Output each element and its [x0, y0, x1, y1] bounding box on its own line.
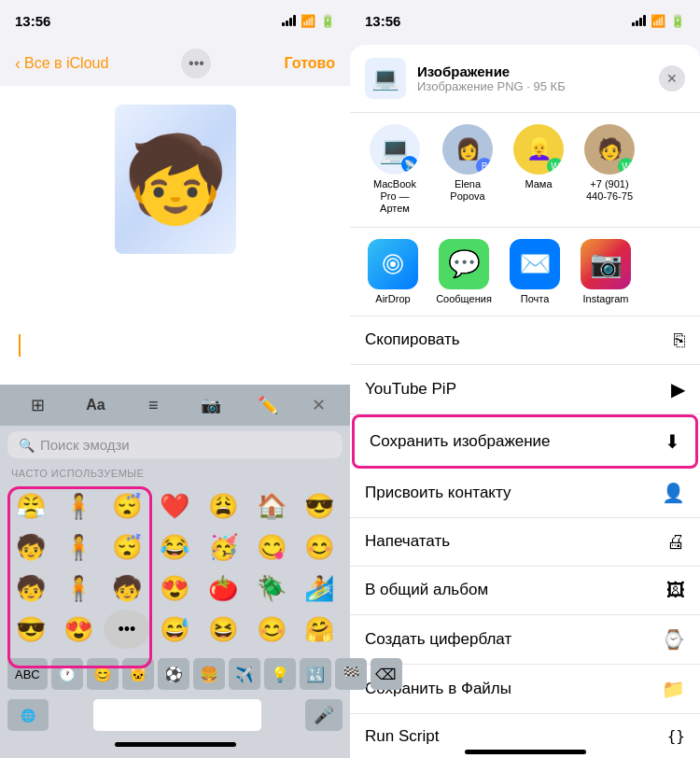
emoji-cell[interactable]: 😴 — [104, 527, 150, 567]
emoji-cell[interactable]: 😩 — [200, 486, 246, 526]
symbols-icon[interactable]: 🔣 — [300, 658, 331, 690]
emoji-cell[interactable]: 😂 — [152, 527, 199, 567]
emoji-cell[interactable]: 🧍 — [56, 527, 103, 567]
clock-icon[interactable]: 🕐 — [51, 658, 83, 690]
mic-icon[interactable]: 🎤 — [305, 699, 343, 731]
keyboard-area: ⊞ Aa ≡ 📷 ✏️ ✕ 🔍 Поиск эмодзи ЧАСТО ИСПОЛ… — [0, 385, 350, 758]
camera-icon[interactable]: 📷 — [197, 391, 225, 419]
delete-icon[interactable]: ⌫ — [371, 658, 402, 690]
contact-name: ElenaPopova — [450, 178, 484, 203]
action-print[interactable]: Напечатать 🖨 — [350, 518, 700, 567]
done-button[interactable]: Готово — [285, 55, 335, 72]
travel-icon[interactable]: ✈️ — [229, 658, 260, 690]
emoji-cell[interactable]: 🏄 — [296, 568, 343, 608]
left-status-icons: 📶 🔋 — [282, 14, 335, 28]
globe-icon[interactable]: 🌐 — [7, 699, 49, 731]
emoji-cell[interactable]: ••• — [104, 610, 150, 649]
watch-face-label: Создать циферблат — [365, 630, 511, 649]
emoji-cell[interactable]: 😴 — [104, 486, 150, 526]
app-item-airdrop[interactable]: AirDrop — [365, 239, 421, 304]
grid-icon[interactable]: ⊞ — [24, 391, 52, 419]
mail-label: Почта — [521, 293, 550, 304]
spacebar[interactable] — [93, 699, 261, 731]
copy-icon: ⎘ — [674, 330, 685, 351]
action-watch-face[interactable]: Создать циферблат ⌚ — [350, 615, 700, 665]
mail-icon: ✉️ — [510, 239, 560, 289]
action-run-script[interactable]: Run Script {} — [350, 714, 700, 744]
contact-name: MacBookPro — Артем — [365, 178, 425, 216]
wifi-icon: 📶 — [651, 14, 665, 28]
emoji-cell[interactable]: 😅 — [152, 610, 199, 649]
battery-icon: 🔋 — [670, 14, 685, 28]
emoji-cell[interactable]: 😎 — [7, 610, 54, 649]
contact-item[interactable]: 👱‍♀️ W Мама — [511, 124, 567, 216]
emoji-cell[interactable]: 😍 — [152, 568, 199, 608]
close-icon[interactable]: ✕ — [312, 395, 326, 415]
emoji-cell[interactable]: 😊 — [248, 610, 295, 649]
emoji-cell[interactable]: 🥳 — [200, 527, 246, 567]
text-format-icon[interactable]: Aa — [81, 391, 109, 419]
contact-item[interactable]: 🧑 W +7 (901)440-76-75 — [581, 124, 637, 216]
emoji-section-label: ЧАСТО ИСПОЛЬЗУЕМЫЕ — [0, 464, 350, 483]
food-icon[interactable]: 🍔 — [193, 658, 225, 690]
emoji-search-bar[interactable]: 🔍 Поиск эмодзи — [7, 431, 343, 458]
share-close-button[interactable]: ✕ — [659, 65, 685, 91]
flag-icon[interactable]: 🏁 — [335, 658, 367, 690]
emoji-cell[interactable]: 🧒 — [7, 527, 54, 567]
emoji-cell[interactable]: 🧒 — [7, 568, 54, 608]
emoji-cell[interactable]: 🏠 — [248, 486, 295, 526]
play-icon: ▶ — [671, 378, 685, 400]
apps-row: AirDrop 💬 Сообщения ✉️ Почта 📷 Instagram — [350, 228, 700, 316]
app-item-mail[interactable]: ✉️ Почта — [507, 239, 563, 304]
emoji-cell[interactable]: 😋 — [248, 527, 295, 567]
contact-item[interactable]: 👩 В ElenaPopova — [440, 124, 496, 216]
emoji-smiley-icon[interactable]: 😊 — [87, 658, 119, 690]
emoji-cell[interactable]: 🍅 — [200, 568, 246, 608]
share-sheet: 💻 Изображение Изображение PNG · 95 КБ ✕ … — [350, 45, 700, 758]
action-save-image[interactable]: Сохранить изображение ⬇ — [352, 414, 698, 469]
print-label: Напечатать — [365, 532, 450, 551]
signal-icon — [632, 15, 646, 26]
contact-item[interactable]: 💻 📡 MacBookPro — Артем — [365, 124, 425, 216]
abc-button[interactable]: ABC — [7, 658, 48, 690]
sports-icon[interactable]: ⚽ — [158, 658, 189, 690]
action-copy[interactable]: Скопировать ⎘ — [350, 316, 700, 365]
emoji-cell[interactable]: 😤 — [7, 486, 54, 526]
airdrop-label: AirDrop — [375, 293, 410, 304]
emoji-cell[interactable]: 🧍 — [56, 486, 103, 526]
app-item-instagram[interactable]: 📷 Instagram — [578, 239, 634, 304]
pen-icon[interactable]: ✏️ — [254, 391, 282, 419]
emoji-cell[interactable]: 😊 — [296, 527, 343, 567]
person-icon: 👤 — [662, 482, 685, 504]
emoji-grid-container: 😤 🧍 😴 ❤️ 😩 🏠 😎 🧒 🧍 😴 😂 🥳 😋 😊 🧒 🧍 🧒 — [7, 486, 343, 649]
download-icon: ⬇ — [665, 430, 680, 453]
action-save-files[interactable]: Сохранить в Файлы 📁 — [350, 665, 700, 714]
objects-icon[interactable]: 💡 — [264, 658, 296, 690]
contact-name: +7 (901)440-76-75 — [586, 178, 633, 203]
action-assign-contact[interactable]: Присвоить контакту 👤 — [350, 469, 700, 518]
emoji-cell[interactable]: 🧒 — [104, 568, 150, 608]
list-icon[interactable]: ≡ — [139, 391, 167, 419]
folder-icon: 📁 — [662, 678, 685, 700]
action-youtube-pip[interactable]: YouTube PiP ▶ — [350, 365, 700, 414]
emoji-cell[interactable]: 😍 — [56, 610, 103, 649]
share-thumb-icon: 💻 — [371, 65, 399, 91]
action-shared-album[interactable]: В общий альбом 🖼 — [350, 567, 700, 615]
emoji-cell[interactable]: ❤️ — [152, 486, 199, 526]
copy-label: Скопировать — [365, 330, 460, 349]
back-button[interactable]: ‹ Все в iCloud — [15, 54, 108, 74]
printer-icon: 🖨 — [666, 531, 685, 553]
left-nav-bar: ‹ Все в iCloud ••• Готово — [0, 41, 350, 86]
emoji-cell[interactable]: 😆 — [200, 610, 246, 649]
emoji-cell[interactable]: 🧍 — [56, 568, 103, 608]
more-button[interactable]: ••• — [181, 49, 211, 78]
contact-avatar-phone: 🧑 W — [584, 124, 635, 175]
right-panel: 13:56 📶 🔋 💻 Изображение Изображение PNG … — [350, 0, 700, 758]
airdrop-icon — [368, 239, 418, 289]
emoji-cell[interactable]: 🤗 — [296, 610, 343, 649]
keyboard-bottom-bar: ABC 🕐 😊 🐱 ⚽ 🍔 ✈️ 💡 🔣 🏁 ⌫ — [0, 653, 350, 695]
emoji-cell[interactable]: 🪲 — [248, 568, 295, 608]
cat-icon[interactable]: 🐱 — [122, 658, 154, 690]
app-item-messages[interactable]: 💬 Сообщения — [436, 239, 492, 304]
emoji-cell[interactable]: 😎 — [296, 486, 343, 526]
